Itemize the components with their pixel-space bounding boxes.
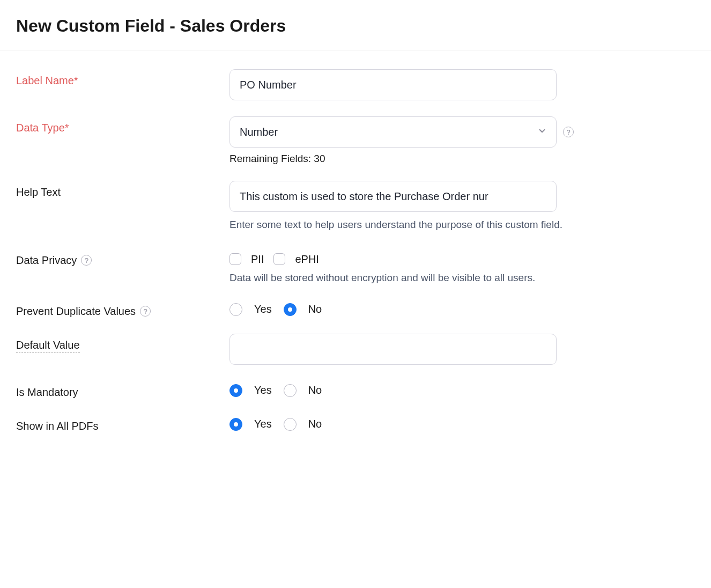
is-mandatory-no-radio[interactable] (284, 384, 297, 397)
data-privacy-hint: Data will be stored without encryption a… (229, 272, 695, 284)
help-text-input[interactable] (229, 181, 557, 212)
data-type-help-icon[interactable]: ? (563, 127, 574, 137)
row-label-name: Label Name* (16, 69, 695, 100)
row-prevent-duplicate: Prevent Duplicate Values ? Yes No (16, 300, 695, 318)
row-show-pdf: Show in All PDFs Yes No (16, 415, 695, 432)
ephi-checkbox[interactable] (273, 253, 285, 265)
help-text-label: Help Text (16, 181, 229, 199)
page-title: New Custom Field - Sales Orders (16, 16, 695, 36)
help-text-hint: Enter some text to help users understand… (229, 217, 610, 233)
prevent-duplicate-no-label: No (308, 303, 322, 315)
remaining-fields: Remaining Fields: 30 (229, 153, 695, 165)
prevent-duplicate-yes-radio[interactable] (229, 303, 242, 316)
data-type-label: Data Type* (16, 116, 229, 134)
data-type-select[interactable]: Number (229, 116, 557, 148)
is-mandatory-yes-radio[interactable] (229, 384, 242, 397)
ephi-label: ePHI (295, 253, 319, 266)
data-privacy-help-icon[interactable]: ? (81, 255, 92, 266)
show-pdf-yes-radio[interactable] (229, 418, 242, 431)
show-pdf-yes-label: Yes (254, 418, 272, 430)
prevent-duplicate-label: Prevent Duplicate Values (16, 305, 136, 318)
label-name-label: Label Name* (16, 69, 229, 87)
label-name-input[interactable] (229, 69, 557, 100)
page-header: New Custom Field - Sales Orders (0, 0, 711, 50)
default-value-label: Default Value (16, 339, 80, 353)
show-pdf-label: Show in All PDFs (16, 415, 229, 432)
row-default-value: Default Value (16, 334, 695, 365)
data-type-selected: Number (240, 126, 278, 138)
prevent-duplicate-help-icon[interactable]: ? (140, 306, 151, 317)
pii-checkbox[interactable] (229, 253, 241, 265)
show-pdf-no-radio[interactable] (284, 418, 297, 431)
row-is-mandatory: Is Mandatory Yes No (16, 381, 695, 399)
is-mandatory-label: Is Mandatory (16, 381, 229, 399)
row-data-type: Data Type* Number ? Remaining Fields: 30 (16, 116, 695, 165)
row-data-privacy: Data Privacy ? PII ePHI Data will be sto… (16, 249, 695, 284)
custom-field-form: Label Name* Data Type* Number ? (0, 50, 711, 467)
row-help-text: Help Text Enter some text to help users … (16, 181, 695, 233)
is-mandatory-yes-label: Yes (254, 384, 272, 396)
show-pdf-no-label: No (308, 418, 322, 430)
prevent-duplicate-no-radio[interactable] (284, 303, 297, 316)
pii-label: PII (251, 253, 264, 266)
default-value-input[interactable] (229, 334, 557, 365)
data-privacy-label: Data Privacy (16, 254, 77, 267)
prevent-duplicate-yes-label: Yes (254, 303, 272, 315)
is-mandatory-no-label: No (308, 384, 322, 396)
